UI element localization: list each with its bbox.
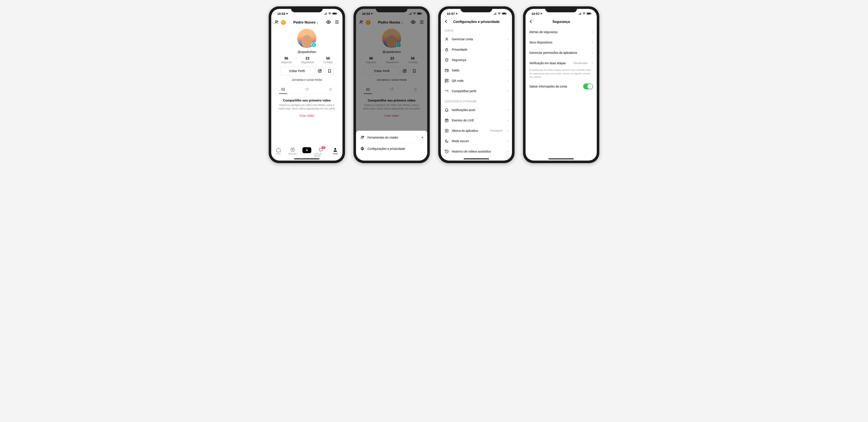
screen-profile-sheet: 10:53 ➤ $ Pedro Nunes ⌄ <box>356 9 427 161</box>
item-dark[interactable]: Modo escuro › <box>441 136 512 146</box>
signal-icon <box>493 12 497 15</box>
shield-icon <box>444 58 449 62</box>
item-security-alerts[interactable]: Alertas de segurança › <box>526 27 597 37</box>
profile-header: $ Pedro Nunes ⌄ <box>271 18 342 27</box>
phone-frame-1: 10:53 ➤ $ Pedro Nunes ⌄ <box>269 6 345 163</box>
svg-point-23 <box>362 148 363 149</box>
person-star-icon <box>360 135 365 140</box>
battery-icon <box>587 12 592 15</box>
stat-followers[interactable]: 23 Seguidores <box>297 57 319 64</box>
chevron-right-icon: › <box>507 89 508 93</box>
wallet-icon <box>444 68 449 72</box>
item-manage-account[interactable]: Gerenciar conta › <box>441 34 512 44</box>
profile-name-dropdown[interactable]: Pedro Nunes ⌄ <box>293 20 318 25</box>
bookmark-button[interactable] <box>325 67 334 75</box>
chevron-right-icon: › <box>592 51 593 55</box>
add-user-icon[interactable] <box>274 20 279 25</box>
create-video-link[interactable]: Criar vídeo <box>278 114 336 117</box>
svg-point-27 <box>446 38 447 39</box>
settings-list[interactable]: CONTA Gerenciar conta › Privacidade › Se… <box>441 25 512 161</box>
empty-desc: Grave ou carregue um vídeo com efeitos, … <box>278 103 336 110</box>
chevron-right-icon: › <box>507 78 508 83</box>
bottom-sheet: Ferramentas do criador Configurações e p… <box>356 131 427 161</box>
status-time: 10:57 <box>447 12 455 15</box>
notch <box>376 6 407 12</box>
twofa-description: A verificação em duas etapas oferece uma… <box>526 68 597 80</box>
edit-profile-button[interactable]: Editar Perfil <box>280 67 314 75</box>
svg-rect-29 <box>445 69 448 72</box>
sheet-creator-tools[interactable]: Ferramentas do criador <box>356 132 427 143</box>
back-button[interactable] <box>528 19 533 25</box>
nav-discover[interactable]: Descobrir <box>285 147 300 155</box>
svg-point-11 <box>334 148 336 150</box>
screen-security: 10:57 ➤ Segurança Alertas de segurança ›… <box>526 9 597 161</box>
section-content-label: CONTEÚDO E ATIVIDADE <box>441 96 512 105</box>
page-title: Segurança <box>553 20 570 24</box>
nav-profile[interactable]: Perfil <box>328 147 342 155</box>
phone-frame-3: 10:57 ➤ Configurações e privacidade CONT… <box>438 6 515 163</box>
tab-liked[interactable] <box>295 85 319 94</box>
history-icon <box>444 149 449 154</box>
gear-icon <box>360 147 365 151</box>
svg-rect-39 <box>587 13 591 14</box>
stats-row: 86 Seguindo 23 Seguidores 56 Curtidas <box>271 57 342 64</box>
item-twofa[interactable]: Verificação em duas etapas Desativada › <box>526 58 597 68</box>
menu-icon[interactable] <box>334 20 340 25</box>
back-button[interactable] <box>444 19 448 25</box>
stat-likes[interactable]: 56 Curtidas <box>318 57 337 64</box>
nav-home[interactable]: Início <box>271 147 285 155</box>
svg-point-8 <box>307 88 308 89</box>
notification-dot <box>422 137 423 138</box>
stat-following[interactable]: 86 Seguindo <box>276 57 297 64</box>
item-push[interactable]: Notificações push › <box>441 105 512 115</box>
eye-icon[interactable] <box>326 20 331 25</box>
item-live[interactable]: Eventos de LIVE › <box>441 115 512 125</box>
svg-rect-28 <box>446 50 448 51</box>
nav-inbox[interactable]: Caixa de entrada 28 <box>314 147 328 157</box>
svg-rect-1 <box>333 13 336 14</box>
item-app-permissions[interactable]: Gerenciar permissões de aplicativos › <box>526 47 597 58</box>
item-privacy[interactable]: Privacidade › <box>441 44 512 55</box>
save-info-toggle[interactable] <box>583 84 593 89</box>
svg-point-22 <box>361 136 363 137</box>
svg-point-6 <box>319 70 321 72</box>
svg-point-4 <box>328 22 329 23</box>
chevron-right-icon: › <box>507 68 508 72</box>
profile-tabs <box>271 85 342 94</box>
instagram-button[interactable] <box>315 67 324 75</box>
svg-point-30 <box>447 70 448 71</box>
chevron-down-icon: ⌄ <box>316 21 318 24</box>
battery-icon <box>502 12 507 15</box>
avatar[interactable]: + <box>297 29 316 48</box>
security-list[interactable]: Alertas de segurança › Seus dispositivos… <box>526 25 597 161</box>
item-history[interactable]: Histórico de vídeos assistidos › <box>441 146 512 157</box>
chevron-right-icon: › <box>507 118 508 123</box>
profile-body: + @opedrohen 86 Seguindo 23 Seguidores 5… <box>271 27 342 122</box>
share-icon <box>444 89 449 93</box>
coin-badge-icon[interactable]: $ <box>281 20 286 25</box>
wifi-icon <box>582 12 586 15</box>
home-indicator <box>294 159 319 159</box>
item-share-profile[interactable]: Compartilhar perfil › <box>441 86 512 96</box>
item-qr[interactable]: QR code › <box>441 75 512 86</box>
tab-grid[interactable] <box>271 85 295 94</box>
chevron-right-icon: › <box>507 108 508 112</box>
avatar-plus-icon[interactable]: + <box>311 42 316 47</box>
battery-icon <box>332 12 337 15</box>
chevron-right-icon: › <box>592 61 593 65</box>
tab-private[interactable] <box>319 85 342 94</box>
item-security[interactable]: Segurança › <box>441 55 512 65</box>
item-devices[interactable]: Seus dispositivos › <box>526 37 597 47</box>
svg-rect-2 <box>337 13 337 14</box>
chevron-right-icon: › <box>507 160 508 161</box>
item-language[interactable]: Idioma do aplicativo Português › <box>441 125 512 136</box>
phone-frame-2: 10:53 ➤ $ Pedro Nunes ⌄ <box>353 6 430 163</box>
svg-rect-9 <box>330 89 332 91</box>
nav-create[interactable]: + <box>300 147 314 153</box>
notch <box>545 6 577 12</box>
video-icon <box>444 160 449 161</box>
notch <box>461 6 492 12</box>
item-balance[interactable]: Saldo › <box>441 65 512 75</box>
sheet-settings[interactable]: Configurações e privacidade <box>356 143 427 154</box>
chevron-right-icon: › <box>592 30 593 34</box>
